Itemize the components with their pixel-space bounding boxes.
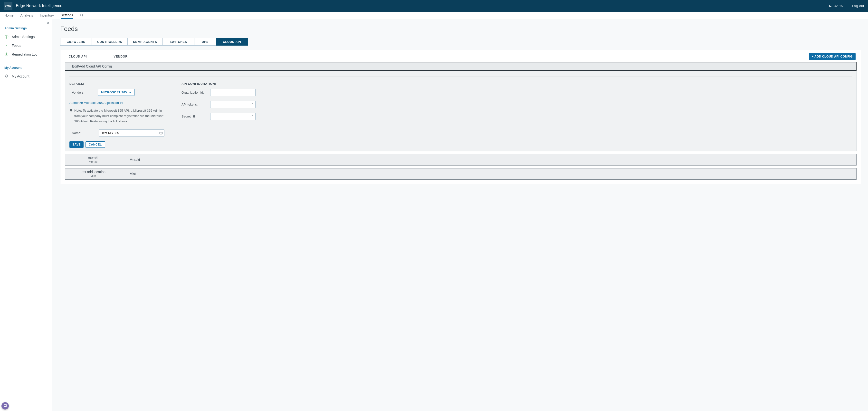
tab-switches[interactable]: SWITCHES: [163, 38, 194, 46]
sidebar-item-my-account[interactable]: My Account: [0, 72, 52, 81]
sidebar-item-label: My Account: [12, 75, 29, 78]
list-icon: [4, 43, 9, 48]
tab-cloud-api[interactable]: CLOUD API: [216, 38, 248, 46]
nav-analysis[interactable]: Analysis: [20, 12, 33, 19]
svg-point-16: [251, 104, 252, 105]
row-vendor: Meraki: [130, 158, 140, 162]
tab-crawlers[interactable]: CRAWLERS: [60, 38, 92, 46]
row-secondary: Mist: [71, 174, 115, 178]
bell-icon: [4, 74, 9, 79]
svg-rect-10: [71, 110, 71, 111]
info-icon: [69, 109, 73, 124]
api-tokens-label: API tokens:: [182, 102, 206, 106]
chat-icon: [3, 404, 7, 408]
panel-head: CLOUD API VENDOR + ADD CLOUD API CONFIG: [60, 50, 861, 62]
name-row: Name:: [69, 129, 167, 137]
svg-point-13: [160, 133, 161, 133]
col-header-vendor: VENDOR: [114, 55, 128, 58]
logo-text: vmw: [5, 4, 11, 7]
sidebar-item-label: Remediation Log: [12, 52, 37, 56]
nav-settings[interactable]: Settings: [61, 12, 73, 19]
note-text: Note: To activate the Microsoft 365 API,…: [69, 108, 167, 124]
vendor-select[interactable]: MICROSOFT 365: [98, 89, 134, 96]
form-buttons: SAVE CANCEL: [69, 141, 167, 148]
nav-inventory[interactable]: Inventory: [40, 12, 54, 19]
tab-ups[interactable]: UPS: [194, 38, 216, 46]
details-column: DETAILS: Vendors: MICROSOFT 365: [69, 82, 167, 148]
search-icon: [80, 13, 84, 17]
sidebar-item-feeds[interactable]: Feeds: [0, 41, 52, 50]
tab-controllers[interactable]: CONTROLLERS: [92, 38, 128, 46]
org-id-input[interactable]: [210, 89, 255, 96]
note-body: To activate the Microsoft 365 API, a Mic…: [74, 109, 163, 123]
checklist-icon: [4, 52, 9, 57]
help-icon[interactable]: ?: [192, 115, 196, 118]
authorize-ms365-link[interactable]: Authorize Microsoft 365 Application: [69, 101, 123, 105]
org-id-label: Organization Id:: [182, 91, 206, 94]
external-link-icon: [120, 101, 123, 104]
sidebar-item-admin-settings[interactable]: Admin Settings: [0, 32, 52, 41]
main-nav: Home Analysis Inventory Settings: [0, 12, 868, 19]
main-content: Feeds CRAWLERS CONTROLLERS SNMP AGENTS S…: [52, 19, 868, 411]
cloud-api-panel: CLOUD API VENDOR + ADD CLOUD API CONFIG …: [60, 50, 861, 184]
key-icon: [250, 115, 254, 118]
svg-point-2: [6, 36, 7, 37]
details-label: DETAILS:: [69, 82, 167, 86]
sidebar-collapse-button[interactable]: [46, 21, 50, 25]
chevrons-left-icon: [46, 21, 50, 25]
page-title: Feeds: [60, 25, 861, 33]
secret-row: Secret: ?: [182, 113, 259, 120]
name-label: Name:: [72, 131, 81, 135]
api-config-label: API CONFIGURATION:: [182, 82, 259, 86]
sidebar-item-remediation-log[interactable]: Remediation Log: [0, 50, 52, 59]
svg-rect-12: [160, 132, 162, 134]
sidebar-section-admin: Admin Settings: [0, 19, 52, 32]
cloud-api-row[interactable]: test add location Mist Mist: [65, 168, 857, 180]
sidebar-item-label: Feeds: [12, 43, 21, 48]
edit-form: DETAILS: Vendors: MICROSOFT 365: [65, 71, 857, 151]
svg-text:?: ?: [194, 116, 195, 117]
key-icon: [250, 102, 254, 107]
name-input[interactable]: [99, 129, 164, 137]
edit-banner: Edit/Add Cloud API Config: [65, 62, 857, 71]
row-vendor: Mist: [130, 172, 136, 176]
tab-snmp-agents[interactable]: SNMP AGENTS: [128, 38, 162, 46]
logout-link[interactable]: Log out: [852, 4, 864, 8]
nav-search-button[interactable]: [80, 13, 84, 17]
secret-label: Secret: ?: [182, 115, 206, 118]
save-button[interactable]: SAVE: [69, 141, 84, 148]
note-prefix: Note:: [74, 109, 82, 112]
sidebar-item-label: Admin Settings: [12, 35, 35, 39]
vendors-row: Vendors: MICROSOFT 365: [69, 89, 167, 96]
theme-toggle[interactable]: DARK: [829, 4, 843, 7]
gear-icon: [4, 35, 9, 39]
api-tokens-row: API tokens:: [182, 101, 259, 108]
caret-down-icon: [129, 91, 131, 93]
authorize-link-text: Authorize Microsoft 365 Application: [69, 101, 119, 105]
feed-type-tabs: CRAWLERS CONTROLLERS SNMP AGENTS SWITCHE…: [60, 38, 861, 46]
row-primary: test add location: [71, 170, 115, 174]
contact-card-icon: [159, 131, 163, 135]
secret-input[interactable]: [210, 113, 255, 120]
vendors-label: Vendors:: [72, 91, 84, 94]
svg-line-1: [82, 16, 83, 17]
row-secondary: Meraki: [71, 160, 115, 164]
vmw-logo: vmw: [4, 2, 12, 10]
app-header: vmw Edge Network Intelligence DARK Log o…: [0, 0, 868, 12]
cloud-api-row[interactable]: meraki Meraki Meraki: [65, 154, 857, 166]
svg-point-0: [81, 14, 82, 16]
help-chat-button[interactable]: [1, 402, 9, 410]
theme-label: DARK: [834, 4, 843, 7]
nav-home[interactable]: Home: [4, 12, 13, 19]
add-cloud-api-config-button[interactable]: + ADD CLOUD API CONFIG: [809, 53, 856, 60]
row-primary: meraki: [71, 156, 115, 160]
cancel-button[interactable]: CANCEL: [86, 141, 105, 148]
api-tokens-input[interactable]: [210, 101, 255, 108]
moon-icon: [829, 4, 832, 7]
col-header-cloud-api: CLOUD API: [69, 55, 87, 58]
sidebar: Admin Settings Admin Settings Feeds Reme…: [0, 19, 52, 411]
sidebar-section-account: My Account: [0, 59, 52, 72]
app-title: Edge Network Intelligence: [16, 4, 62, 8]
org-id-row: Organization Id:: [182, 89, 259, 96]
vendor-selected-value: MICROSOFT 365: [101, 91, 127, 94]
